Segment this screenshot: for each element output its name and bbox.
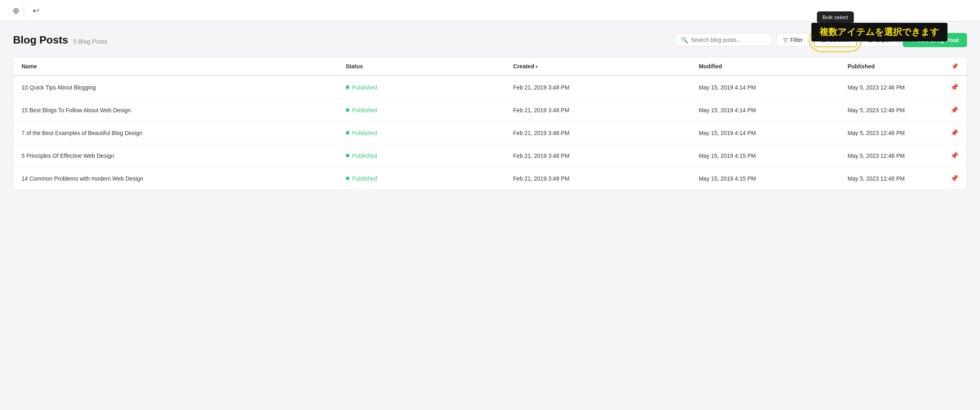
cell-status-0: Published — [338, 76, 505, 99]
status-dot-2 — [346, 131, 349, 135]
page-title-group: Blog Posts 5 Blog Posts — [13, 34, 107, 46]
filter-icon: ▽ — [783, 37, 788, 43]
search-icon: 🔍 — [681, 37, 688, 43]
cell-modified-2: May 15, 2019 4:14 PM — [691, 122, 839, 144]
status-label-4: Published — [352, 175, 377, 182]
status-label-0: Published — [352, 84, 377, 91]
col-header-published: Published — [839, 57, 942, 76]
cell-published-2: May 5, 2023 12:46 PM — [839, 122, 942, 144]
cell-modified-4: May 15, 2019 4:15 PM — [691, 167, 839, 190]
cell-published-3: May 5, 2023 12:46 PM — [839, 144, 942, 167]
cell-published-1: May 5, 2023 12:46 PM — [839, 99, 942, 122]
status-dot-1 — [346, 108, 349, 112]
table-row[interactable]: 14 Common Problems with modern Web Desig… — [13, 167, 967, 190]
status-dot-0 — [346, 85, 349, 89]
cell-modified-3: May 15, 2019 4:15 PM — [691, 144, 839, 167]
filter-label: Filter — [790, 37, 803, 43]
cell-modified-0: May 15, 2019 4:14 PM — [691, 76, 839, 99]
cell-name-4: 14 Common Problems with modern Web Desig… — [13, 167, 338, 190]
cell-published-0: May 5, 2023 12:46 PM — [839, 76, 942, 99]
cell-pin-2: 📌 — [942, 122, 967, 144]
cell-name-1: 15 Best Blogs To Follow About Web Design — [13, 99, 338, 122]
blog-posts-table: Name Status Created Modified Published 📌… — [13, 57, 967, 190]
cell-status-1: Published — [338, 99, 505, 122]
status-dot-3 — [346, 154, 349, 157]
status-label-1: Published — [352, 107, 377, 113]
cell-created-0: Feb 21, 2019 3:48 PM — [505, 76, 691, 99]
col-header-pin: 📌 — [942, 57, 967, 76]
filter-button[interactable]: ▽ Filter — [776, 33, 810, 47]
cell-status-4: Published — [338, 167, 505, 190]
table-row[interactable]: 7 of the Best Examples of Beautiful Blog… — [13, 122, 967, 144]
cell-name-3: 5 Principles Of Effective Web Design — [13, 144, 338, 167]
main-content: Blog Posts 5 Blog Posts 🔍 ▽ Filter Bulk … — [0, 21, 980, 201]
status-label-2: Published — [352, 130, 377, 136]
table-row[interactable]: 10 Quick Tips About Blogging Published F… — [13, 76, 967, 99]
cell-pin-1: 📌 — [942, 99, 967, 122]
cell-pin-3: 📌 — [942, 144, 967, 167]
cell-published-4: May 5, 2023 12:46 PM — [839, 167, 942, 190]
col-header-modified: Modified — [691, 57, 839, 76]
col-header-name: Name — [13, 57, 338, 76]
table-header-row: Name Status Created Modified Published 📌 — [13, 57, 967, 76]
search-box[interactable]: 🔍 — [675, 33, 772, 46]
search-input[interactable] — [691, 37, 766, 43]
cell-status-2: Published — [338, 122, 505, 144]
col-header-status: Status — [338, 57, 505, 76]
cell-created-4: Feb 21, 2019 3:48 PM — [505, 167, 691, 190]
pin-icon: 📌 — [951, 63, 958, 70]
bulk-select-tooltip: Bulk select — [817, 11, 854, 23]
table-row[interactable]: 5 Principles Of Effective Web Design Pub… — [13, 144, 967, 167]
cell-created-1: Feb 21, 2019 3:48 PM — [505, 99, 691, 122]
cell-name-2: 7 of the Best Examples of Beautiful Blog… — [13, 122, 338, 144]
status-label-3: Published — [352, 153, 377, 159]
jp-tooltip-banner: 複数アイテムを選択できます — [811, 23, 947, 41]
cell-created-2: Feb 21, 2019 3:48 PM — [505, 122, 691, 144]
page-subtitle: 5 Blog Posts — [73, 38, 107, 45]
status-dot-4 — [346, 177, 349, 180]
page-title: Blog Posts — [13, 34, 68, 46]
cell-pin-4: 📌 — [942, 167, 967, 190]
cell-status-3: Published — [338, 144, 505, 167]
table-row[interactable]: 15 Best Blogs To Follow About Web Design… — [13, 99, 967, 122]
col-header-created[interactable]: Created — [505, 57, 691, 76]
cell-modified-1: May 15, 2019 4:14 PM — [691, 99, 839, 122]
cell-name-0: 10 Quick Tips About Blogging — [13, 76, 338, 99]
cell-pin-0: 📌 — [942, 76, 967, 99]
nav-globe-icon[interactable]: ⊕ — [8, 2, 24, 19]
cell-created-3: Feb 21, 2019 3:48 PM — [505, 144, 691, 167]
nav-back-icon[interactable]: ↩ — [28, 2, 44, 19]
